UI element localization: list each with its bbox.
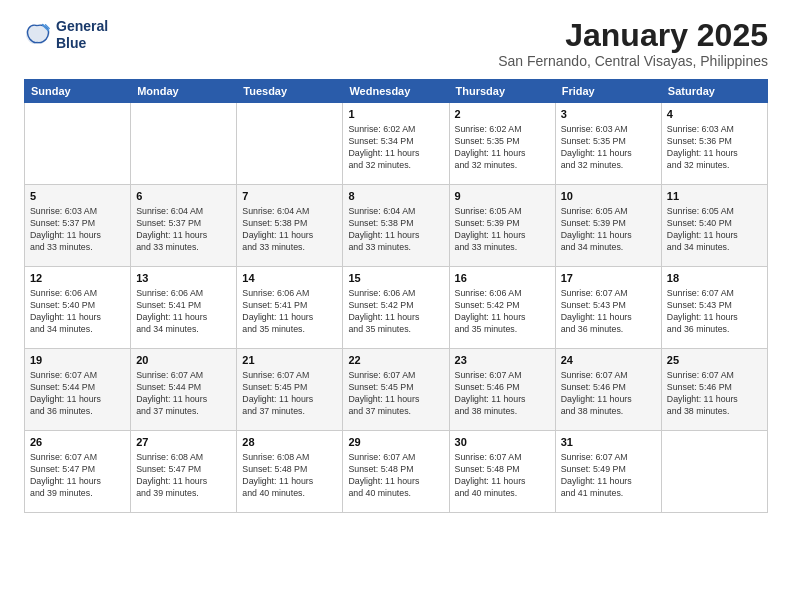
logo-text: General Blue [56, 18, 108, 52]
day-cell-22: 22Sunrise: 6:07 AMSunset: 5:45 PMDayligh… [343, 349, 449, 431]
day-cell-26: 26Sunrise: 6:07 AMSunset: 5:47 PMDayligh… [25, 431, 131, 513]
day-info: Sunrise: 6:04 AMSunset: 5:37 PMDaylight:… [136, 206, 231, 254]
day-info: Sunrise: 6:02 AMSunset: 5:35 PMDaylight:… [455, 124, 550, 172]
week-row-1: 1Sunrise: 6:02 AMSunset: 5:34 PMDaylight… [25, 103, 768, 185]
day-number: 18 [667, 271, 762, 286]
day-cell-15: 15Sunrise: 6:06 AMSunset: 5:42 PMDayligh… [343, 267, 449, 349]
empty-cell [131, 103, 237, 185]
day-cell-6: 6Sunrise: 6:04 AMSunset: 5:37 PMDaylight… [131, 185, 237, 267]
day-info: Sunrise: 6:07 AMSunset: 5:46 PMDaylight:… [667, 370, 762, 418]
day-info: Sunrise: 6:07 AMSunset: 5:43 PMDaylight:… [561, 288, 656, 336]
day-info: Sunrise: 6:07 AMSunset: 5:44 PMDaylight:… [136, 370, 231, 418]
day-info: Sunrise: 6:07 AMSunset: 5:45 PMDaylight:… [242, 370, 337, 418]
calendar-table: SundayMondayTuesdayWednesdayThursdayFrid… [24, 79, 768, 513]
day-cell-17: 17Sunrise: 6:07 AMSunset: 5:43 PMDayligh… [555, 267, 661, 349]
day-cell-9: 9Sunrise: 6:05 AMSunset: 5:39 PMDaylight… [449, 185, 555, 267]
day-header-tuesday: Tuesday [237, 80, 343, 103]
empty-cell [25, 103, 131, 185]
day-header-wednesday: Wednesday [343, 80, 449, 103]
day-cell-14: 14Sunrise: 6:06 AMSunset: 5:41 PMDayligh… [237, 267, 343, 349]
day-cell-25: 25Sunrise: 6:07 AMSunset: 5:46 PMDayligh… [661, 349, 767, 431]
day-number: 17 [561, 271, 656, 286]
day-cell-3: 3Sunrise: 6:03 AMSunset: 5:35 PMDaylight… [555, 103, 661, 185]
day-cell-21: 21Sunrise: 6:07 AMSunset: 5:45 PMDayligh… [237, 349, 343, 431]
day-info: Sunrise: 6:07 AMSunset: 5:44 PMDaylight:… [30, 370, 125, 418]
day-number: 1 [348, 107, 443, 122]
day-cell-7: 7Sunrise: 6:04 AMSunset: 5:38 PMDaylight… [237, 185, 343, 267]
day-number: 10 [561, 189, 656, 204]
day-cell-28: 28Sunrise: 6:08 AMSunset: 5:48 PMDayligh… [237, 431, 343, 513]
day-header-saturday: Saturday [661, 80, 767, 103]
day-info: Sunrise: 6:03 AMSunset: 5:37 PMDaylight:… [30, 206, 125, 254]
day-number: 24 [561, 353, 656, 368]
day-cell-27: 27Sunrise: 6:08 AMSunset: 5:47 PMDayligh… [131, 431, 237, 513]
day-cell-18: 18Sunrise: 6:07 AMSunset: 5:43 PMDayligh… [661, 267, 767, 349]
day-cell-11: 11Sunrise: 6:05 AMSunset: 5:40 PMDayligh… [661, 185, 767, 267]
title-block: January 2025 San Fernando, Central Visay… [498, 18, 768, 69]
day-info: Sunrise: 6:07 AMSunset: 5:45 PMDaylight:… [348, 370, 443, 418]
day-number: 16 [455, 271, 550, 286]
day-info: Sunrise: 6:08 AMSunset: 5:47 PMDaylight:… [136, 452, 231, 500]
day-number: 5 [30, 189, 125, 204]
day-info: Sunrise: 6:06 AMSunset: 5:42 PMDaylight:… [348, 288, 443, 336]
week-row-2: 5Sunrise: 6:03 AMSunset: 5:37 PMDaylight… [25, 185, 768, 267]
day-number: 19 [30, 353, 125, 368]
day-info: Sunrise: 6:07 AMSunset: 5:46 PMDaylight:… [455, 370, 550, 418]
day-number: 22 [348, 353, 443, 368]
day-number: 7 [242, 189, 337, 204]
day-number: 6 [136, 189, 231, 204]
day-cell-23: 23Sunrise: 6:07 AMSunset: 5:46 PMDayligh… [449, 349, 555, 431]
header: General Blue January 2025 San Fernando, … [24, 18, 768, 69]
day-cell-20: 20Sunrise: 6:07 AMSunset: 5:44 PMDayligh… [131, 349, 237, 431]
day-info: Sunrise: 6:06 AMSunset: 5:41 PMDaylight:… [136, 288, 231, 336]
day-number: 2 [455, 107, 550, 122]
day-info: Sunrise: 6:05 AMSunset: 5:40 PMDaylight:… [667, 206, 762, 254]
week-row-3: 12Sunrise: 6:06 AMSunset: 5:40 PMDayligh… [25, 267, 768, 349]
day-number: 27 [136, 435, 231, 450]
empty-cell [237, 103, 343, 185]
day-cell-19: 19Sunrise: 6:07 AMSunset: 5:44 PMDayligh… [25, 349, 131, 431]
day-cell-31: 31Sunrise: 6:07 AMSunset: 5:49 PMDayligh… [555, 431, 661, 513]
day-number: 11 [667, 189, 762, 204]
day-info: Sunrise: 6:07 AMSunset: 5:48 PMDaylight:… [348, 452, 443, 500]
day-cell-13: 13Sunrise: 6:06 AMSunset: 5:41 PMDayligh… [131, 267, 237, 349]
logo: General Blue [24, 18, 108, 52]
day-number: 20 [136, 353, 231, 368]
day-info: Sunrise: 6:06 AMSunset: 5:42 PMDaylight:… [455, 288, 550, 336]
day-number: 28 [242, 435, 337, 450]
day-cell-10: 10Sunrise: 6:05 AMSunset: 5:39 PMDayligh… [555, 185, 661, 267]
day-header-sunday: Sunday [25, 80, 131, 103]
day-cell-1: 1Sunrise: 6:02 AMSunset: 5:34 PMDaylight… [343, 103, 449, 185]
logo-icon [24, 21, 52, 49]
day-cell-5: 5Sunrise: 6:03 AMSunset: 5:37 PMDaylight… [25, 185, 131, 267]
empty-cell [661, 431, 767, 513]
day-info: Sunrise: 6:04 AMSunset: 5:38 PMDaylight:… [242, 206, 337, 254]
week-row-5: 26Sunrise: 6:07 AMSunset: 5:47 PMDayligh… [25, 431, 768, 513]
day-number: 9 [455, 189, 550, 204]
day-info: Sunrise: 6:04 AMSunset: 5:38 PMDaylight:… [348, 206, 443, 254]
day-info: Sunrise: 6:05 AMSunset: 5:39 PMDaylight:… [455, 206, 550, 254]
day-info: Sunrise: 6:07 AMSunset: 5:43 PMDaylight:… [667, 288, 762, 336]
day-number: 3 [561, 107, 656, 122]
calendar-body: 1Sunrise: 6:02 AMSunset: 5:34 PMDaylight… [25, 103, 768, 513]
day-cell-2: 2Sunrise: 6:02 AMSunset: 5:35 PMDaylight… [449, 103, 555, 185]
day-header-friday: Friday [555, 80, 661, 103]
day-number: 4 [667, 107, 762, 122]
subtitle: San Fernando, Central Visayas, Philippin… [498, 53, 768, 69]
day-number: 26 [30, 435, 125, 450]
day-cell-8: 8Sunrise: 6:04 AMSunset: 5:38 PMDaylight… [343, 185, 449, 267]
page: General Blue January 2025 San Fernando, … [0, 0, 792, 612]
day-number: 8 [348, 189, 443, 204]
day-info: Sunrise: 6:07 AMSunset: 5:46 PMDaylight:… [561, 370, 656, 418]
calendar-header: SundayMondayTuesdayWednesdayThursdayFrid… [25, 80, 768, 103]
day-number: 29 [348, 435, 443, 450]
day-cell-16: 16Sunrise: 6:06 AMSunset: 5:42 PMDayligh… [449, 267, 555, 349]
day-info: Sunrise: 6:07 AMSunset: 5:47 PMDaylight:… [30, 452, 125, 500]
day-info: Sunrise: 6:07 AMSunset: 5:49 PMDaylight:… [561, 452, 656, 500]
day-cell-12: 12Sunrise: 6:06 AMSunset: 5:40 PMDayligh… [25, 267, 131, 349]
day-info: Sunrise: 6:03 AMSunset: 5:36 PMDaylight:… [667, 124, 762, 172]
day-cell-29: 29Sunrise: 6:07 AMSunset: 5:48 PMDayligh… [343, 431, 449, 513]
day-info: Sunrise: 6:03 AMSunset: 5:35 PMDaylight:… [561, 124, 656, 172]
day-number: 15 [348, 271, 443, 286]
day-header-monday: Monday [131, 80, 237, 103]
